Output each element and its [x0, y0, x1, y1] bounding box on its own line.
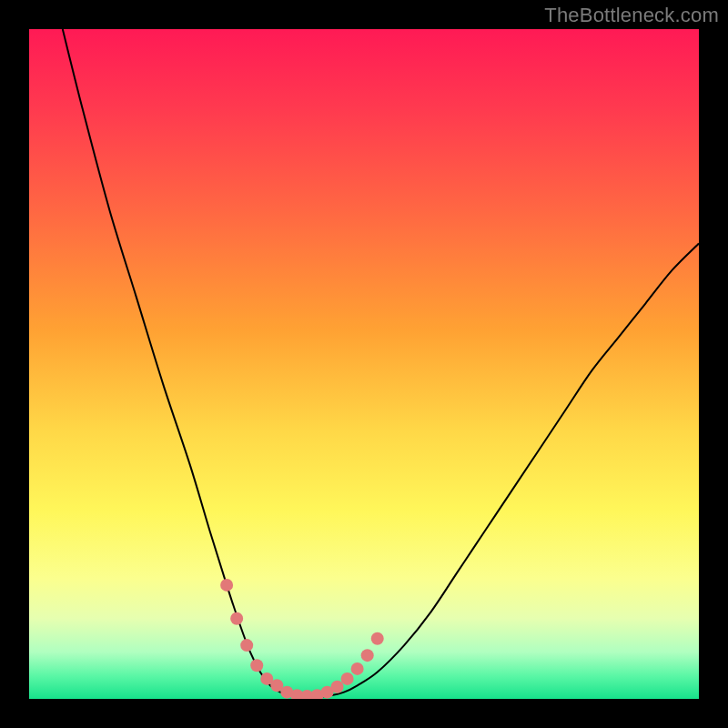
bottleneck-curve	[63, 29, 699, 697]
marker-dot	[351, 662, 364, 675]
chart-frame: TheBottleneck.com	[0, 0, 728, 728]
watermark-text: TheBottleneck.com	[544, 4, 719, 27]
plot-area	[29, 29, 699, 699]
marker-dot	[250, 659, 263, 672]
curve-layer	[29, 29, 699, 699]
marker-dot	[230, 612, 243, 625]
marker-dot	[341, 672, 354, 685]
marker-dot	[331, 681, 344, 693]
marker-dot	[371, 632, 384, 645]
marker-dot	[220, 579, 233, 592]
marker-dot	[361, 649, 374, 662]
marker-dot	[240, 639, 253, 652]
